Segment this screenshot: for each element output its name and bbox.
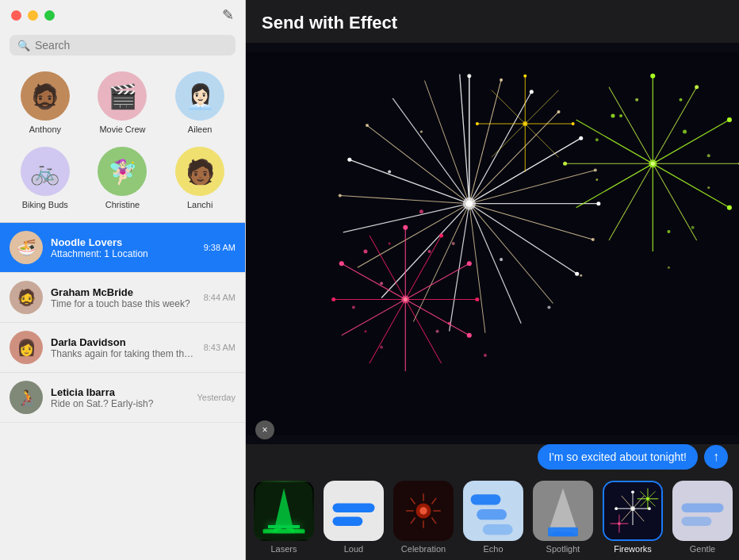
message-bubble: I'm so excited about tonight! xyxy=(538,444,698,470)
svg-point-107 xyxy=(484,354,487,357)
conversation-list: 🍜 Noodle Lovers Attachment: 1 Location 9… xyxy=(0,223,245,560)
conv-name-darla: Darla Davidson xyxy=(51,336,196,348)
avatar-aileen: 👩🏻‍💼 xyxy=(175,71,224,121)
svg-point-83 xyxy=(619,114,622,117)
conv-content-graham: Graham McBride Time for a touch base thi… xyxy=(51,286,196,309)
effect-gentle[interactable]: Gentle xyxy=(668,478,737,557)
effect-label-lasers: Lasers xyxy=(270,544,297,554)
compose-icon[interactable]: ✎ xyxy=(222,6,234,24)
avatar-noodle: 🍜 xyxy=(10,231,43,264)
svg-point-101 xyxy=(380,282,383,285)
avatar-christine: 🧚🏻‍♀️ xyxy=(98,147,147,196)
contact-lanchi[interactable]: 🧑🏾 Lanchi xyxy=(163,142,237,214)
contact-name-aileen: Aileen xyxy=(188,125,213,134)
conv-preview-graham: Time for a touch base this week? xyxy=(51,298,196,309)
svg-point-175 xyxy=(646,497,649,501)
effect-spotlight[interactable]: Spotlight xyxy=(528,478,598,557)
svg-point-117 xyxy=(595,138,599,141)
effect-label-celebration: Celebration xyxy=(401,544,446,554)
effect-thumb-lasers xyxy=(254,481,314,541)
svg-point-52 xyxy=(467,261,472,266)
svg-point-57 xyxy=(427,250,431,253)
contact-name-christine: Christine xyxy=(105,200,140,209)
svg-point-118 xyxy=(691,226,695,229)
svg-point-25 xyxy=(500,79,503,82)
svg-point-28 xyxy=(579,136,583,140)
conv-preview-leticia: Ride on Sat.? Early-ish? xyxy=(51,398,189,409)
svg-point-114 xyxy=(635,98,638,102)
svg-point-104 xyxy=(436,330,439,333)
conv-preview-darla: Thanks again for taking them this weeken… xyxy=(51,348,196,359)
conv-darla[interactable]: 👩 Darla Davidson Thanks again for taking… xyxy=(0,323,245,373)
conv-preview-noodle: Attachment: 1 Location xyxy=(51,248,196,259)
svg-point-37 xyxy=(466,201,473,207)
svg-point-98 xyxy=(476,122,479,125)
maximize-button[interactable] xyxy=(44,10,55,21)
svg-point-84 xyxy=(595,178,598,181)
effect-celebration[interactable]: Celebration xyxy=(389,478,458,557)
contact-aileen[interactable]: 👩🏻‍💼 Aileen xyxy=(163,67,237,139)
svg-rect-0 xyxy=(246,52,739,435)
conv-graham[interactable]: 🧔 Graham McBride Time for a touch base t… xyxy=(0,273,245,323)
avatar-lanchi: 🧑🏾 xyxy=(175,147,224,196)
contact-moviecrew[interactable]: 🎬 Movie Crew xyxy=(86,67,160,139)
effect-lasers[interactable]: Lasers xyxy=(249,478,319,557)
svg-point-110 xyxy=(547,306,550,309)
svg-point-166 xyxy=(618,522,621,525)
svg-point-158 xyxy=(631,490,634,493)
effect-loud[interactable]: Loud xyxy=(319,478,389,557)
svg-point-97 xyxy=(572,122,575,125)
svg-rect-144 xyxy=(483,524,513,535)
svg-point-60 xyxy=(364,330,366,332)
page-title: Send with Effect xyxy=(246,0,739,43)
close-button[interactable] xyxy=(11,10,21,21)
contact-anthony[interactable]: 🧔🏾 Anthony xyxy=(8,67,82,139)
svg-point-53 xyxy=(475,297,479,301)
effect-thumb-celebration xyxy=(393,481,454,541)
svg-point-160 xyxy=(615,507,618,510)
contact-name-bikingbuds: Biking Buds xyxy=(22,200,68,209)
svg-point-109 xyxy=(420,131,423,133)
avatar-bikingbuds: 🚲 xyxy=(21,147,70,196)
svg-point-59 xyxy=(448,322,451,325)
minimize-button[interactable] xyxy=(28,10,38,21)
svg-point-79 xyxy=(727,205,732,210)
effect-label-loud: Loud xyxy=(344,544,363,554)
send-button[interactable]: ↑ xyxy=(704,445,728,469)
conv-noodle[interactable]: 🍜 Noodle Lovers Attachment: 1 Location 9… xyxy=(0,223,245,273)
contact-name-anthony: Anthony xyxy=(29,125,61,134)
svg-point-54 xyxy=(467,333,472,338)
svg-point-85 xyxy=(667,230,670,233)
svg-point-80 xyxy=(563,162,567,166)
conv-leticia[interactable]: 🧑‍🦽 Leticia Ibarra Ride on Sat.? Early-i… xyxy=(0,373,245,423)
svg-point-119 xyxy=(668,267,670,269)
svg-rect-148 xyxy=(553,532,574,537)
close-effect-button[interactable]: × xyxy=(255,420,274,439)
avatar-leticia: 🧑‍🦽 xyxy=(10,381,43,414)
avatar-moviecrew: 🎬 xyxy=(98,71,147,121)
svg-point-30 xyxy=(596,201,600,205)
effect-fireworks[interactable]: Fireworks xyxy=(598,478,668,557)
svg-point-35 xyxy=(366,124,369,127)
contact-bikingbuds[interactable]: 🚲 Biking Buds xyxy=(8,142,82,214)
contact-christine[interactable]: 🧚🏻‍♀️ Christine xyxy=(86,142,160,214)
conv-time-noodle: 9:38 AM xyxy=(204,243,235,252)
svg-point-103 xyxy=(419,209,423,213)
svg-point-112 xyxy=(500,258,503,261)
svg-point-26 xyxy=(530,90,534,94)
close-effect-icon: × xyxy=(262,424,267,435)
svg-rect-129 xyxy=(332,517,362,526)
svg-rect-178 xyxy=(681,517,711,526)
effect-label-gentle: Gentle xyxy=(690,544,715,554)
effect-echo[interactable]: Echo xyxy=(458,478,528,557)
svg-point-96 xyxy=(523,75,526,78)
effect-thumb-fireworks xyxy=(603,481,663,541)
svg-rect-143 xyxy=(477,509,507,520)
sidebar: ✎ 🔍 🧔🏾 Anthony 🎬 Movie Crew 👩🏻‍💼 Aileen … xyxy=(0,0,246,560)
search-input[interactable] xyxy=(35,39,228,52)
message-bubble-row: I'm so excited about tonight! ↑ xyxy=(246,444,739,478)
search-bar: 🔍 xyxy=(10,35,235,56)
svg-point-100 xyxy=(363,250,367,254)
effect-label-spotlight: Spotlight xyxy=(546,544,580,554)
svg-point-87 xyxy=(651,162,655,166)
